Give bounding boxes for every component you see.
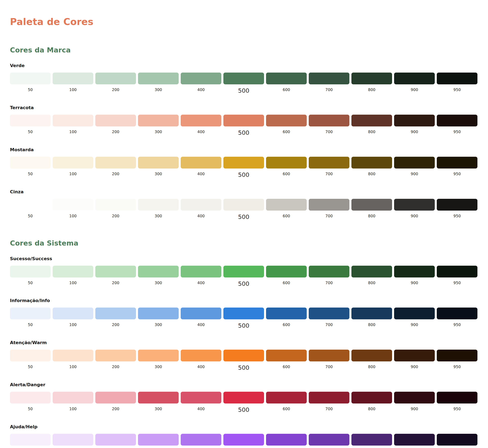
swatch-step-800: 800: [352, 157, 392, 178]
swatch-scale-label: 500: [238, 407, 249, 413]
swatch-scale-label: 300: [155, 365, 162, 369]
swatch-step-100: 100: [53, 72, 93, 94]
swatch-step-50: 50: [10, 157, 51, 178]
swatch-scale-label: 400: [197, 214, 205, 218]
swatch-step-500: 500: [223, 157, 264, 178]
swatch-step-400: 400: [181, 115, 221, 136]
swatch-scale-label: 400: [197, 365, 205, 369]
swatch-step-300: 300: [138, 157, 179, 178]
swatch-scale-label: 100: [69, 281, 77, 285]
swatch-step-100: 100: [53, 157, 93, 178]
color-swatch: [53, 308, 93, 319]
swatch-scale-label: 950: [453, 365, 461, 369]
color-swatch: [223, 434, 264, 446]
swatch-step-500: 500: [223, 72, 264, 94]
swatch-scale-label: 900: [411, 88, 418, 92]
swatch-step-100: 100: [53, 199, 93, 220]
color-swatch: [95, 434, 136, 446]
swatch-step-700: 700: [309, 199, 349, 220]
swatch-step-600: 600: [266, 266, 307, 287]
swatch-scale-label: 200: [112, 214, 119, 218]
color-swatch: [309, 157, 349, 168]
swatch-scale-label: 500: [238, 88, 249, 94]
swatch-step-50: 50: [10, 72, 51, 94]
swatch-scale-label: 950: [453, 214, 461, 218]
swatch-step-50: 50: [10, 350, 51, 371]
swatch-scale-label: 800: [368, 281, 376, 285]
section-cores-da-marca: Cores da MarcaVerde501002003004005006007…: [10, 46, 477, 220]
color-swatch: [138, 308, 179, 319]
color-swatch: [394, 115, 435, 127]
palette-label: Verde: [10, 63, 477, 68]
swatch-step-900: 900: [394, 72, 435, 94]
swatch-step-700: 700: [309, 266, 349, 287]
swatch-scale-label: 600: [283, 281, 290, 285]
swatch-step-200: 200: [95, 266, 136, 287]
swatch-row: 50100200300400500600700800900950: [10, 350, 477, 371]
swatch-scale-label: 200: [112, 407, 119, 411]
swatch-step-600: 600: [266, 308, 307, 329]
color-swatch: [437, 72, 477, 84]
palette-row-verde: Verde50100200300400500600700800900950: [10, 63, 477, 94]
swatch-scale-label: 800: [368, 88, 376, 92]
swatch-step-200: 200: [95, 157, 136, 178]
color-swatch: [394, 308, 435, 319]
swatch-scale-label: 800: [368, 214, 376, 218]
color-swatch: [181, 392, 221, 403]
swatch-step-300: 300: [138, 266, 179, 287]
swatch-scale-label: 50: [28, 365, 33, 369]
color-swatch: [95, 266, 136, 278]
color-swatch: [394, 350, 435, 361]
color-swatch: [352, 434, 392, 446]
swatch-row: 50100200300400500600700800900950: [10, 392, 477, 413]
color-swatch: [352, 308, 392, 319]
swatch-step-50: 50: [10, 199, 51, 220]
swatch-row: 50100200300400500600700800900950: [10, 266, 477, 287]
color-swatch: [352, 199, 392, 211]
color-swatch: [10, 157, 51, 168]
color-swatch: [266, 199, 307, 211]
swatch-scale-label: 200: [112, 88, 119, 92]
color-swatch: [95, 392, 136, 403]
swatch-step-300: 300: [138, 392, 179, 413]
color-swatch: [266, 308, 307, 319]
swatch-scale-label: 950: [453, 407, 461, 411]
palette-row-atencao-warm: Atenção/Warm5010020030040050060070080090…: [10, 340, 477, 371]
swatch-scale-label: 800: [368, 407, 376, 411]
swatch-scale-label: 900: [411, 130, 418, 134]
color-swatch: [223, 350, 264, 361]
swatch-scale-label: 400: [197, 281, 205, 285]
swatch-step-800: 800: [352, 434, 392, 448]
swatch-scale-label: 200: [112, 365, 119, 369]
swatch-step-200: 200: [95, 434, 136, 448]
swatch-step-300: 300: [138, 72, 179, 94]
swatch-step-700: 700: [309, 157, 349, 178]
swatch-scale-label: 400: [197, 323, 205, 327]
swatch-step-900: 900: [394, 392, 435, 413]
color-swatch: [394, 157, 435, 168]
swatch-step-600: 600: [266, 72, 307, 94]
color-swatch: [223, 72, 264, 84]
swatch-step-950: 950: [437, 115, 477, 136]
swatch-scale-label: 400: [197, 88, 205, 92]
swatch-step-500: 500: [223, 199, 264, 220]
color-swatch: [181, 350, 221, 361]
swatch-scale-label: 500: [238, 214, 249, 220]
color-swatch: [181, 434, 221, 446]
color-swatch: [266, 115, 307, 127]
color-swatch: [266, 72, 307, 84]
swatch-scale-label: 50: [28, 407, 33, 411]
swatch-step-600: 600: [266, 157, 307, 178]
swatch-step-800: 800: [352, 308, 392, 329]
swatch-step-500: 500: [223, 350, 264, 371]
swatch-step-200: 200: [95, 115, 136, 136]
color-swatch: [266, 392, 307, 403]
swatch-step-950: 950: [437, 308, 477, 329]
swatch-scale-label: 100: [69, 88, 77, 92]
color-swatch: [138, 392, 179, 403]
color-swatch: [437, 266, 477, 278]
section-cores-da-sistema: Cores da SistemaSucesso/Success501002003…: [10, 239, 477, 448]
palette-row-ajuda-help: Ajuda/Help501002003004005006007008009009…: [10, 424, 477, 448]
color-swatch: [309, 350, 349, 361]
palette-row-sucesso-success: Sucesso/Success5010020030040050060070080…: [10, 256, 477, 287]
